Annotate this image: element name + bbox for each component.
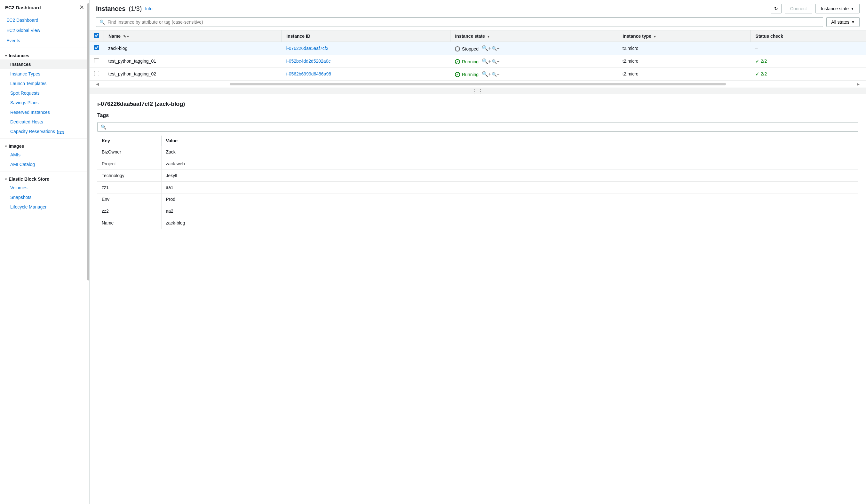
row-state: ✓ Running🔍+🔍− <box>451 67 618 80</box>
instance-state-button[interactable]: Instance state ▼ <box>815 4 859 13</box>
tags-search-container[interactable]: 🔍 <box>97 122 858 132</box>
zoom-out-icon[interactable]: 🔍− <box>492 59 499 64</box>
sidebar-item-snapshots[interactable]: Snapshots <box>0 192 89 202</box>
ebs-section-label: Elastic Block Store <box>9 177 49 182</box>
state-sort-icon: ▾ <box>488 35 489 38</box>
table-row[interactable]: test_python_tagging_02i-0562b6999d6486a9… <box>90 67 866 80</box>
zoom-in-icon[interactable]: 🔍+ <box>482 58 491 64</box>
main-content: Instances (1/3) Info ↻ Connect Instance … <box>90 0 866 504</box>
instances-section-arrow: ▾ <box>5 54 7 58</box>
zoom-out-icon[interactable]: 🔍− <box>492 46 499 51</box>
row-instance-id[interactable]: i-0562b6999d6486a98 <box>282 67 451 80</box>
sidebar: EC2 Dashboard ✕ EC2 Dashboard EC2 Global… <box>0 0 90 504</box>
sidebar-item-spot-requests[interactable]: Spot Requests <box>0 88 89 98</box>
sidebar-item-savings-plans[interactable]: Savings Plans <box>0 98 89 108</box>
horizontal-scrollbar[interactable] <box>230 83 726 86</box>
col-status-check[interactable]: Status check <box>751 30 866 42</box>
instance-id-link[interactable]: i-0562b6999d6486a98 <box>286 71 331 76</box>
sidebar-item-ec2-dashboard[interactable]: EC2 Dashboard <box>0 15 89 25</box>
table-row[interactable]: zack-blogi-076226daa5aaf7cf2— Stopped🔍+🔍… <box>90 42 866 55</box>
select-all-checkbox[interactable] <box>94 33 99 38</box>
tag-value: Zack <box>161 146 858 158</box>
running-icon: ✓ <box>455 59 460 64</box>
close-icon[interactable]: ✕ <box>79 4 84 10</box>
row-checkbox[interactable] <box>94 45 99 50</box>
sidebar-divider-1 <box>0 48 89 48</box>
name-sort-icon: ✎ ▾ <box>123 35 129 38</box>
all-states-button[interactable]: All states ▼ <box>826 17 859 27</box>
row-instance-id[interactable]: i-052bc4dd2d5202a0c <box>282 55 451 67</box>
sidebar-item-reserved-instances[interactable]: Reserved Instances <box>0 108 89 117</box>
ebs-section-arrow: ▾ <box>5 178 7 181</box>
col-instance-state[interactable]: Instance state ▾ <box>451 30 618 42</box>
tag-value: zack-blog <box>161 217 858 229</box>
scroll-left-arrow[interactable]: ◀ <box>96 82 99 86</box>
row-name: test_python_tagging_01 <box>104 55 282 67</box>
row-state: ✓ Running🔍+🔍− <box>451 55 618 67</box>
tags-row: TechnologyJekyll <box>97 169 858 181</box>
scroll-right-arrow[interactable]: ▶ <box>857 82 859 86</box>
images-section-arrow: ▾ <box>5 145 7 148</box>
select-all-header[interactable] <box>90 30 104 42</box>
table-row[interactable]: test_python_tagging_01i-052bc4dd2d5202a0… <box>90 55 866 67</box>
zoom-in-icon[interactable]: 🔍+ <box>482 45 491 51</box>
refresh-button[interactable]: ↻ <box>771 4 781 13</box>
col-instance-type[interactable]: Instance type ▾ <box>618 30 751 42</box>
zoom-in-icon[interactable]: 🔍+ <box>482 71 491 77</box>
row-checkbox-cell[interactable] <box>90 42 104 55</box>
tag-value: aa2 <box>161 205 858 217</box>
sidebar-item-instance-types[interactable]: Instance Types <box>0 69 89 79</box>
row-instance-id[interactable]: i-076226daa5aaf7cf2 <box>282 42 451 55</box>
scrollbar-row: ◀ ▶ <box>90 81 866 88</box>
sidebar-scrollbar[interactable] <box>87 0 89 504</box>
tags-row: Projectzack-web <box>97 158 858 169</box>
sidebar-item-ami-catalog[interactable]: AMI Catalog <box>0 159 89 169</box>
status-check-icon: ✓ <box>755 71 759 77</box>
sidebar-section-ebs[interactable]: ▾ Elastic Block Store <box>0 173 89 183</box>
status-check-value: ✓ 2/2 <box>755 71 767 77</box>
tags-search-input[interactable] <box>109 124 855 130</box>
zoom-out-icon[interactable]: 🔍− <box>492 72 499 77</box>
row-status-check: – <box>751 42 866 55</box>
sidebar-item-launch-templates[interactable]: Launch Templates <box>0 79 89 88</box>
search-container[interactable]: 🔍 <box>96 17 823 27</box>
instance-id-link[interactable]: i-076226daa5aaf7cf2 <box>286 46 329 51</box>
row-checkbox[interactable] <box>94 58 99 63</box>
row-checkbox-cell[interactable] <box>90 67 104 80</box>
connect-button[interactable]: Connect <box>785 4 812 13</box>
tag-key: Technology <box>97 169 161 181</box>
table-container: Name ✎ ▾ Instance ID Instance state ▾ In… <box>90 30 866 81</box>
sidebar-item-capacity-reservations[interactable]: Capacity Reservations New <box>0 127 89 136</box>
all-states-label: All states <box>831 20 850 25</box>
row-checkbox-cell[interactable] <box>90 55 104 67</box>
sidebar-item-dedicated-hosts[interactable]: Dedicated Hosts <box>0 117 89 127</box>
tag-key: Project <box>97 158 161 169</box>
sidebar-item-events[interactable]: Events <box>0 35 89 46</box>
col-instance-id[interactable]: Instance ID <box>282 30 451 42</box>
sidebar-item-lifecycle-manager[interactable]: Lifecycle Manager <box>0 202 89 212</box>
instance-id-link[interactable]: i-052bc4dd2d5202a0c <box>286 58 331 64</box>
sidebar-item-instances[interactable]: Instances <box>0 59 89 69</box>
row-name: test_python_tagging_02 <box>104 67 282 80</box>
sidebar-item-amis[interactable]: AMIs <box>0 150 89 159</box>
instances-section-label: Instances <box>9 53 30 58</box>
new-badge: New <box>57 130 64 134</box>
info-link[interactable]: Info <box>145 6 152 11</box>
row-state: — Stopped🔍+🔍− <box>451 42 618 55</box>
sidebar-divider-2 <box>0 138 89 138</box>
tags-body: BizOwnerZackProjectzack-webTechnologyJek… <box>97 146 858 229</box>
sidebar-section-instances[interactable]: ▾ Instances <box>0 50 89 59</box>
row-instance-type: t2.micro <box>618 67 751 80</box>
sidebar-item-ec2-global-view[interactable]: EC2 Global View <box>0 25 89 35</box>
instances-panel: Instances (1/3) Info ↻ Connect Instance … <box>90 0 866 88</box>
tags-search-icon: 🔍 <box>101 124 106 130</box>
sidebar-item-volumes[interactable]: Volumes <box>0 183 89 192</box>
col-name[interactable]: Name ✎ ▾ <box>104 30 282 42</box>
sidebar-section-images[interactable]: ▾ Images <box>0 141 89 150</box>
search-input[interactable] <box>108 20 820 25</box>
tag-value: Jekyll <box>161 169 858 181</box>
resize-handle[interactable]: ⋮⋮ <box>90 88 866 94</box>
type-sort-icon: ▾ <box>654 35 656 38</box>
row-checkbox[interactable] <box>94 71 99 76</box>
refresh-icon: ↻ <box>774 6 778 11</box>
